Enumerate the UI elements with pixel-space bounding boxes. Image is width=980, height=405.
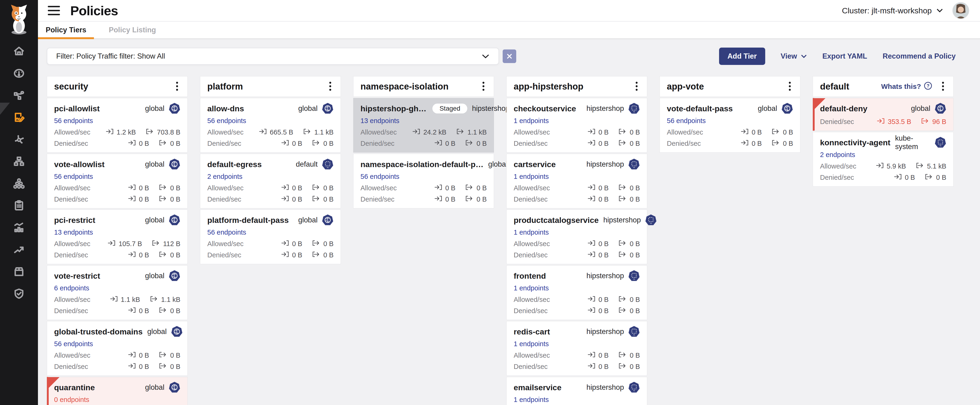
namespace-icon: ns xyxy=(935,137,946,148)
endpoints-link[interactable]: 6 endpoints xyxy=(54,284,89,292)
metric-in-value: 0 B xyxy=(445,184,455,192)
metric-label: Allowed/sec xyxy=(361,184,397,192)
ingress-icon xyxy=(281,139,289,148)
policy-scope: global xyxy=(753,104,777,113)
metric-label: Denied/sec xyxy=(514,196,547,203)
egress-icon xyxy=(618,307,627,315)
ingress-icon xyxy=(587,139,596,148)
endpoints-link[interactable]: 1 endpoints xyxy=(514,340,549,348)
sidebar-item-dashboard[interactable] xyxy=(0,63,38,85)
sidebar-item-activity[interactable] xyxy=(0,239,38,261)
endpoints-link[interactable]: 1 endpoints xyxy=(514,173,549,180)
svg-text:ns: ns xyxy=(633,390,635,391)
policy-card[interactable]: vote-default-passglobal56 endpointsAllow… xyxy=(660,98,800,153)
endpoints-link[interactable]: 13 endpoints xyxy=(54,228,93,236)
tier-menu-button[interactable] xyxy=(479,81,488,92)
recommend-policy-button[interactable]: Recommend a Policy xyxy=(883,52,956,61)
sidebar-item-packages[interactable] xyxy=(0,261,38,283)
endpoints-link[interactable]: 2 endpoints xyxy=(207,173,242,180)
policy-card[interactable]: default-egressdefaultns2 endpointsAllowe… xyxy=(200,154,341,208)
endpoints-link[interactable]: 56 endpoints xyxy=(207,117,246,125)
policy-name: konnectivity-agent xyxy=(820,138,890,147)
policy-card[interactable]: frontendhipstershopns1 endpointsAllowed/… xyxy=(506,265,647,320)
metric-label: Denied/sec xyxy=(54,251,88,259)
endpoints-link[interactable]: 56 endpoints xyxy=(667,117,706,125)
policy-card[interactable]: quarantineglobal0 endpoints xyxy=(47,377,188,405)
policy-traffic-filter-select[interactable]: Filter: Policy Traffic filter: Show All xyxy=(47,48,499,65)
metric-out-value: 0 B xyxy=(630,251,640,259)
endpoints-link[interactable]: 1 endpoints xyxy=(514,284,549,292)
sidebar-item-nodes[interactable] xyxy=(0,151,38,173)
policy-card[interactable]: allow-dnsglobal56 endpointsAllowed/sec66… xyxy=(200,98,341,153)
whats-this-link[interactable]: Whats this?? xyxy=(881,81,932,92)
metric-label: Allowed/sec xyxy=(514,240,550,248)
endpoints-link[interactable]: 2 endpoints xyxy=(820,151,855,159)
metric-out-value: 112 B xyxy=(163,240,180,248)
tier-column-security: securitypci-allowlistglobal56 endpointsA… xyxy=(47,76,188,405)
metric-label: Denied/sec xyxy=(667,140,701,147)
tier-menu-button[interactable] xyxy=(172,81,182,92)
staged-badge: Staged xyxy=(433,104,467,113)
add-tier-button[interactable]: Add Tier xyxy=(719,48,765,65)
metric-out-value: 703.8 B xyxy=(157,128,180,136)
endpoints-link[interactable]: 1 endpoints xyxy=(514,396,549,403)
sidebar-item-flows[interactable] xyxy=(0,129,38,151)
cluster-selector[interactable]: Cluster: jlt-msft-workshop xyxy=(842,6,943,15)
home-icon xyxy=(13,46,25,58)
policy-card[interactable]: emailservicehipstershopns1 endpointsAllo… xyxy=(506,377,647,405)
endpoints-link[interactable]: 56 endpoints xyxy=(361,173,399,180)
policy-card[interactable]: cartservicehipstershopns1 endpointsAllow… xyxy=(506,154,647,208)
endpoints-link[interactable]: 13 endpoints xyxy=(361,117,399,125)
policy-card[interactable]: checkoutservicehipstershopns1 endpointsA… xyxy=(506,98,647,153)
tier-menu-button[interactable] xyxy=(326,81,335,92)
policy-scope: hipstershop xyxy=(582,160,624,169)
policy-card[interactable]: pci-allowlistglobal56 endpointsAllowed/s… xyxy=(47,98,188,153)
policy-card[interactable]: hipstershop-gh…Stagedhipstershopns13 end… xyxy=(353,98,494,153)
tier-column-namespace-isolation: namespace-isolationhipstershop-gh…Staged… xyxy=(353,76,494,208)
endpoints-link[interactable]: 1 endpoints xyxy=(514,228,549,236)
sidebar-item-clusters[interactable] xyxy=(0,173,38,195)
tier-column-app-hipstershop: app-hipstershopcheckoutservicehipstersho… xyxy=(506,76,647,405)
sidebar-item-home[interactable] xyxy=(0,41,38,63)
tier-menu-button[interactable] xyxy=(938,81,948,92)
endpoints-link[interactable]: 56 endpoints xyxy=(54,173,93,180)
tab-policy-listing[interactable]: Policy Listing xyxy=(101,22,164,38)
ingress-icon xyxy=(259,128,267,136)
ingress-icon xyxy=(740,139,749,148)
sidebar-item-security[interactable] xyxy=(0,283,38,305)
egress-icon xyxy=(618,251,627,259)
policy-card[interactable]: pci-restrictglobal13 endpointsAllowed/se… xyxy=(47,209,188,264)
policy-card[interactable]: konnectivity-agentkube-systemns2 endpoin… xyxy=(813,132,953,187)
hamburger-menu-icon[interactable] xyxy=(48,6,60,15)
policy-name: vote-restrict xyxy=(54,271,100,281)
policy-card[interactable]: vote-allowlistglobal56 endpointsAllowed/… xyxy=(47,154,188,208)
filter-value: Filter: Policy Traffic filter: Show All xyxy=(56,52,165,61)
endpoints-link[interactable]: 56 endpoints xyxy=(54,117,93,125)
egress-icon xyxy=(618,128,627,136)
main-area: Policies Cluster: jlt-msft-workshop Poli… xyxy=(38,0,980,405)
avatar[interactable] xyxy=(952,2,969,19)
sidebar-item-statistics[interactable] xyxy=(0,217,38,239)
endpoints-link[interactable]: 56 endpoints xyxy=(207,228,246,236)
tier-menu-button[interactable] xyxy=(632,81,641,92)
tab-policy-tiers[interactable]: Policy Tiers xyxy=(38,22,94,38)
endpoints-link[interactable]: 56 endpoints xyxy=(54,340,93,348)
policy-card[interactable]: default-denyglobalDenied/sec353.5 B96 B xyxy=(813,98,953,131)
export-yaml-button[interactable]: Export YAML xyxy=(822,52,867,61)
policy-card[interactable]: global-trusted-domainsglobal56 endpoints… xyxy=(47,321,188,376)
policy-card[interactable]: namespace-isolation-default-p…global56 e… xyxy=(353,154,494,208)
policy-card[interactable]: redis-carthipstershopns1 endpointsAllowe… xyxy=(506,321,647,376)
view-menu-button[interactable]: View xyxy=(781,52,807,61)
endpoints-link[interactable]: 1 endpoints xyxy=(514,117,549,125)
metric-out-value: 0 B xyxy=(630,184,640,192)
tier-menu-button[interactable] xyxy=(785,81,794,92)
endpoints-link[interactable]: 0 endpoints xyxy=(54,396,89,403)
metric-label: Denied/sec xyxy=(514,363,547,370)
policy-card[interactable]: platform-default-passglobal56 endpointsA… xyxy=(200,209,341,264)
policy-card[interactable]: productcatalogservicehipstershopns1 endp… xyxy=(506,209,647,264)
sidebar-item-compliance[interactable] xyxy=(0,195,38,217)
clear-filter-button[interactable] xyxy=(503,49,516,63)
policy-card[interactable]: vote-restrictglobal6 endpointsAllowed/se… xyxy=(47,265,188,320)
package-icon xyxy=(13,266,25,278)
metric-in-value: 0 B xyxy=(292,251,302,259)
